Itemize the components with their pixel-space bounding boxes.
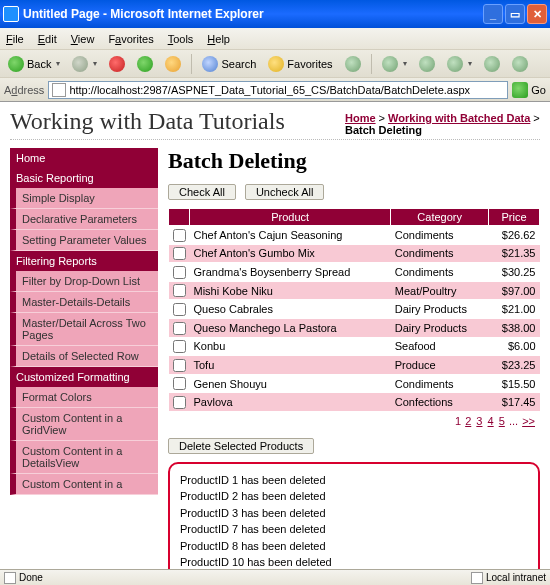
minimize-button[interactable]: _ [483,4,503,24]
close-button[interactable]: ✕ [527,4,547,24]
media-icon [345,56,361,72]
sidebar-item[interactable]: Setting Parameter Values [10,230,158,251]
edit-button[interactable]: ▾ [443,54,476,74]
page-heading: Batch Deleting [168,148,540,174]
address-input[interactable]: http://localhost:2987/ASPNET_Data_Tutori… [48,81,508,99]
message-box: ProductID 1 has been deletedProductID 2 … [168,462,540,569]
sidebar-header[interactable]: Filtering Reports [10,251,158,271]
menu-help[interactable]: Help [207,33,230,45]
table-row: TofuProduce$23.25 [169,356,540,375]
discuss-button[interactable] [480,54,504,74]
print-button[interactable] [415,54,439,74]
print-icon [419,56,435,72]
restore-button[interactable]: ▭ [505,4,525,24]
breadcrumb-section[interactable]: Working with Batched Data [388,112,530,124]
cell-category: Confections [391,393,489,412]
sidebar-item[interactable]: Custom Content in a DetailsView [10,441,158,474]
message-line: ProductID 8 has been deleted [180,538,528,555]
breadcrumb-home[interactable]: Home [345,112,376,124]
sidebar-header[interactable]: Customized Formatting [10,367,158,387]
cell-price: $30.25 [489,263,540,282]
sidebar-item[interactable]: Master-Details-Details [10,292,158,313]
breadcrumb: Home > Working with Batched Data > Batch… [345,108,540,136]
cell-category: Dairy Products [391,300,489,319]
refresh-button[interactable] [133,54,157,74]
forward-icon [72,56,88,72]
grid-header-category: Category [391,209,489,226]
sidebar-item[interactable]: Filter by Drop-Down List [10,271,158,292]
row-checkbox[interactable] [173,359,186,372]
mail-button[interactable]: ▾ [378,54,411,74]
pager-link[interactable]: 3 [476,415,482,427]
table-row: Chef Anton's Gumbo MixCondiments$21.35 [169,244,540,263]
home-icon [165,56,181,72]
cell-product: Tofu [190,356,391,375]
statusbar: Done Local intranet [0,569,550,585]
message-line: ProductID 10 has been deleted [180,554,528,569]
stop-icon [109,56,125,72]
page-content: Working with Data Tutorials Home > Worki… [0,102,550,569]
research-button[interactable] [508,54,532,74]
row-checkbox[interactable] [173,322,186,335]
pager-current: 1 [455,415,461,427]
table-row: Mishi Kobe NikuMeat/Poultry$97.00 [169,281,540,300]
sidebar-item[interactable]: Custom Content in a GridView [10,408,158,441]
row-checkbox[interactable] [173,396,186,409]
table-row: Grandma's Boysenberry SpreadCondiments$3… [169,263,540,282]
sidebar-item[interactable]: Master/Detail Across Two Pages [10,313,158,346]
site-brand: Working with Data Tutorials [10,108,285,139]
refresh-icon [137,56,153,72]
stop-button[interactable] [105,54,129,74]
sidebar-header[interactable]: Basic Reporting [10,168,158,188]
row-checkbox[interactable] [173,247,186,260]
sidebar-item[interactable]: Format Colors [10,387,158,408]
pager-next[interactable]: >> [522,415,535,427]
breadcrumb-current: Batch Deleting [345,124,422,136]
message-line: ProductID 2 has been deleted [180,488,528,505]
delete-selected-button[interactable]: Delete Selected Products [168,438,314,454]
go-button[interactable]: Go [512,82,546,98]
row-checkbox[interactable] [173,303,186,316]
back-button[interactable]: Back▾ [4,54,64,74]
sidebar-item[interactable]: Simple Display [10,188,158,209]
research-icon [512,56,528,72]
cell-category: Condiments [391,374,489,393]
menu-favorites[interactable]: Favorites [108,33,153,45]
cell-price: $97.00 [489,281,540,300]
row-checkbox[interactable] [173,229,186,242]
pager-link[interactable]: 2 [465,415,471,427]
row-checkbox[interactable] [173,340,186,353]
cell-category: Produce [391,356,489,375]
favorites-button[interactable]: Favorites [264,54,336,74]
back-label: Back [27,58,51,70]
row-checkbox[interactable] [173,266,186,279]
cell-price: $21.00 [489,300,540,319]
search-label: Search [221,58,256,70]
menu-tools[interactable]: Tools [168,33,194,45]
pager-link[interactable]: 5 [499,415,505,427]
main: Batch Deleting Check All Uncheck All Pro… [168,148,540,569]
table-row: Queso CabralesDairy Products$21.00 [169,300,540,319]
ie-icon [3,6,19,22]
menu-view[interactable]: View [71,33,95,45]
check-all-button[interactable]: Check All [168,184,236,200]
cell-price: $26.62 [489,226,540,245]
home-button[interactable] [161,54,185,74]
media-button[interactable] [341,54,365,74]
uncheck-all-button[interactable]: Uncheck All [245,184,324,200]
status-done: Done [19,572,43,583]
menu-file[interactable]: File [6,33,24,45]
forward-button[interactable]: ▾ [68,54,101,74]
sidebar-item[interactable]: Declarative Parameters [10,209,158,230]
sidebar-item[interactable]: Custom Content in a [10,474,158,495]
sidebar-item[interactable]: Details of Selected Row [10,346,158,367]
cell-product: Grandma's Boysenberry Spread [190,263,391,282]
sidebar-header[interactable]: Home [10,148,158,168]
cell-price: $15.50 [489,374,540,393]
pager-link[interactable]: 4 [488,415,494,427]
search-button[interactable]: Search [198,54,260,74]
row-checkbox[interactable] [173,284,186,297]
row-checkbox[interactable] [173,377,186,390]
cell-product: Mishi Kobe Niku [190,281,391,300]
menu-edit[interactable]: Edit [38,33,57,45]
